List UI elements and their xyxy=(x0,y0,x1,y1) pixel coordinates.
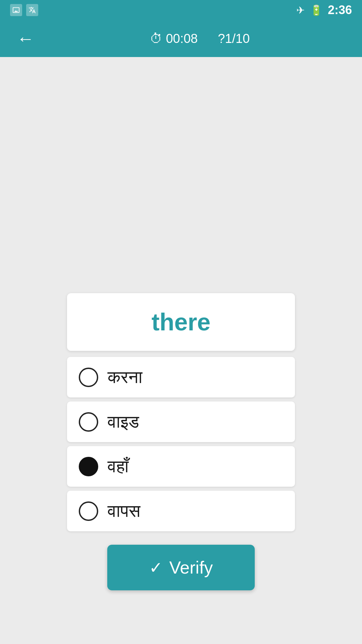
timer-icon: ⏱ xyxy=(150,32,163,46)
status-bar-left xyxy=(10,4,38,16)
option-text-2: वाइड xyxy=(108,412,139,432)
verify-button-label: Verify xyxy=(169,557,213,578)
nav-bar: ← ⏱ 00:08 ?1/10 xyxy=(0,20,362,57)
radio-circle-2 xyxy=(79,412,98,432)
option-button-3[interactable]: वहाँ xyxy=(67,446,295,487)
option-text-3: वहाँ xyxy=(108,456,129,477)
timer-value: 00:08 xyxy=(166,32,198,46)
quiz-word: there xyxy=(152,309,210,335)
quiz-container: there करना वाइड वहाँ वापस ✓ Verify xyxy=(67,293,295,590)
question-counter: ?1/10 xyxy=(218,32,250,46)
image-icon xyxy=(10,4,22,16)
status-time: 2:36 xyxy=(328,3,352,17)
back-arrow-icon: ← xyxy=(17,29,34,48)
back-button[interactable]: ← xyxy=(13,26,38,51)
timer-display: ⏱ 00:08 xyxy=(150,32,198,46)
status-bar-right: ✈ 🔋 2:36 xyxy=(296,3,352,17)
nav-info: ⏱ 00:08 ?1/10 xyxy=(51,32,349,46)
battery-icon: 🔋 xyxy=(310,4,322,16)
verify-checkmark-icon: ✓ xyxy=(149,558,163,577)
verify-button[interactable]: ✓ Verify xyxy=(107,545,255,590)
radio-circle-1 xyxy=(79,368,98,387)
option-button-4[interactable]: वापस xyxy=(67,491,295,531)
word-card: there xyxy=(67,293,295,351)
option-text-1: करना xyxy=(108,367,142,387)
airplane-icon: ✈ xyxy=(296,4,305,16)
option-text-4: वापस xyxy=(108,501,140,521)
option-button-1[interactable]: करना xyxy=(67,357,295,397)
status-bar: ✈ 🔋 2:36 xyxy=(0,0,362,20)
question-counter-value: ?1/10 xyxy=(218,32,250,46)
radio-circle-4 xyxy=(79,501,98,521)
radio-circle-3 xyxy=(79,457,98,476)
translate-icon xyxy=(26,4,38,16)
main-content: there करना वाइड वहाँ वापस ✓ Verify xyxy=(0,57,362,644)
option-button-2[interactable]: वाइड xyxy=(67,401,295,442)
